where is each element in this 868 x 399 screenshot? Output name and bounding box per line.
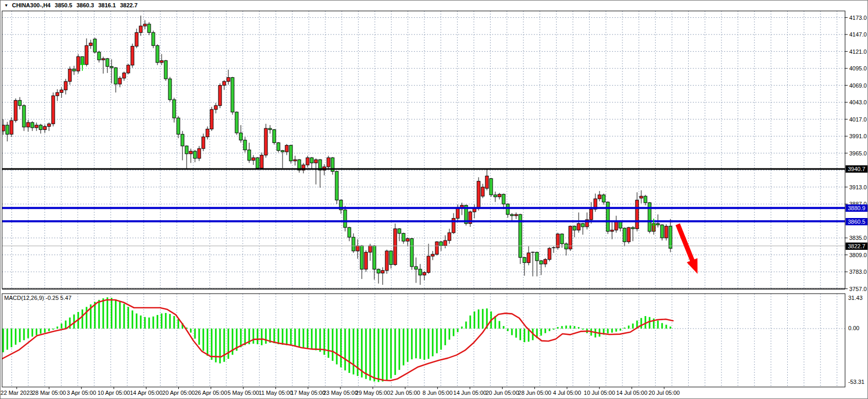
time-axis-label: 28 Mar 05:00: [32, 390, 66, 396]
time-axis-label: 10 Jul 05:00: [584, 390, 615, 396]
ohlc-low-value: 3816.1: [98, 2, 116, 8]
price-badge-level-3860: 3860.5: [846, 218, 867, 225]
time-axis: 22 Mar 202328 Mar 05:003 Apr 05:0010 Apr…: [1, 387, 680, 396]
price-tick-label: 4069.0: [849, 82, 867, 89]
time-axis-label: 8 Jun 05:00: [423, 390, 453, 396]
price-tick-label: 4173.0: [849, 15, 867, 21]
price-tick-label: 4017.0: [849, 116, 867, 123]
price-tick-label: 3835.0: [849, 235, 867, 241]
time-axis-label: 3 Apr 05:00: [67, 390, 96, 396]
macd-histogram: [3, 297, 671, 382]
time-axis-label: 14 Jul 05:00: [616, 390, 647, 396]
macd-scale-bottom: -53.31: [848, 379, 864, 385]
price-tick-label: 4121.0: [849, 49, 867, 55]
chart-title: ▼ CHINA300-,H4 3850.5 3860.3 3816.1 3822…: [4, 2, 138, 8]
macd-scale-top: 31.43: [848, 295, 863, 301]
time-axis-label: 20 Jul 05:00: [649, 390, 680, 396]
price-badge-level-3940: 3940.7: [846, 165, 867, 173]
macd-indicator-label: MACD(12,26,9) -0.25 5.47: [4, 295, 71, 301]
time-axis-label: 14 Apr 05:00: [130, 390, 162, 396]
price-tick-label: 3991.0: [849, 133, 867, 139]
ohlc-open-value: 3850.5: [55, 2, 72, 8]
price-tick-label: 4147.0: [849, 31, 867, 38]
time-axis-label: 11 May 05:00: [259, 390, 293, 396]
time-axis-label: 17 May 05:00: [291, 390, 326, 396]
mt4-chart-window: 4173.04147.04121.04095.04069.04043.04017…: [0, 0, 868, 399]
time-axis-label: 28 Jun 05:00: [518, 390, 552, 396]
price-tick-label: 3965.0: [849, 150, 867, 156]
time-axis-label: 26 Apr 05:00: [194, 390, 227, 396]
time-axis-label: 23 May 05:00: [323, 390, 358, 396]
time-axis-label: 20 Apr 05:00: [162, 390, 194, 396]
time-axis-label: 5 May 05:00: [227, 390, 259, 396]
candlestick-series[interactable]: [2, 16, 672, 285]
time-axis-label: 20 Jun 05:00: [486, 390, 519, 396]
time-axis-label: 22 Mar 2023: [1, 390, 33, 396]
time-axis-label: 2 Jun 05:00: [390, 390, 420, 396]
price-tick-label: 3757.0: [849, 286, 867, 292]
time-axis-label: 14 Jun 05:00: [454, 390, 487, 396]
symbol-label: CHINA300-,H4: [12, 2, 51, 8]
macd-scale-zero: 0.00: [848, 325, 859, 331]
ohlc-high-value: 3860.3: [77, 2, 94, 8]
price-tick-label: 4043.0: [849, 99, 867, 105]
price-badge-level-3880: 3880.9: [846, 204, 867, 212]
price-axis: 4173.04147.04121.04095.04069.04043.04017…: [845, 15, 867, 292]
price-tick-label: 4095.0: [849, 65, 867, 71]
trend-arrow-annotation[interactable]: [678, 224, 698, 274]
chart-canvas[interactable]: 4173.04147.04121.04095.04069.04043.04017…: [1, 1, 867, 398]
price-tick-label: 3783.0: [849, 269, 867, 275]
ohlc-close-value: 3822.7: [120, 2, 138, 8]
price-tick-label: 3913.0: [849, 184, 867, 190]
price-tick-label: 3809.0: [849, 252, 867, 258]
time-axis-label: 29 May 05:00: [356, 390, 390, 396]
price-badge-current-price: 3822.7: [846, 243, 867, 250]
time-axis-label: 10 Apr 05:00: [97, 390, 130, 396]
symbol-dropdown-icon[interactable]: ▼: [4, 3, 8, 8]
time-axis-label: 4 Jul 05:00: [553, 390, 581, 396]
